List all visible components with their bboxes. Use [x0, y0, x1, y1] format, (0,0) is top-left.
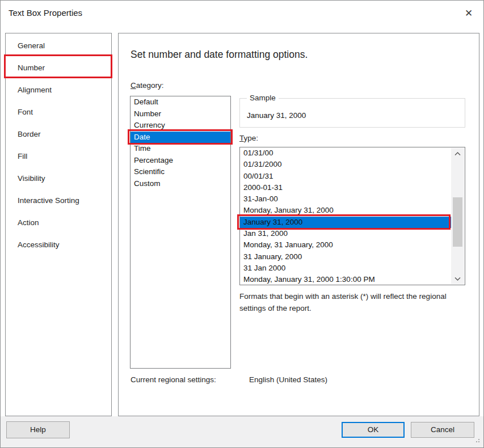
- title-bar: Text Box Properties ✕: [1, 1, 483, 28]
- type-option[interactable]: 01/31/2000: [240, 159, 451, 170]
- sample-groupbox: Sample January 31, 2000: [239, 98, 465, 128]
- sidebar-item-visibility[interactable]: Visibility: [6, 167, 111, 189]
- ok-button[interactable]: OK: [342, 422, 405, 438]
- sidebar-item-border[interactable]: Border: [6, 123, 111, 145]
- sidebar-item-action[interactable]: Action: [6, 212, 111, 234]
- type-option[interactable]: 00/01/31: [240, 171, 451, 182]
- cancel-button[interactable]: Cancel: [411, 422, 474, 438]
- help-button[interactable]: Help: [6, 421, 70, 438]
- sidebar-item-interactive-sorting[interactable]: Interactive Sorting: [6, 189, 111, 212]
- sidebar-item-font[interactable]: Font: [6, 101, 111, 123]
- type-option[interactable]: 31 Jan 2000: [240, 263, 451, 274]
- type-option[interactable]: 31-Jan-00: [240, 193, 451, 205]
- category-option-time[interactable]: Time: [131, 143, 230, 155]
- category-listbox[interactable]: Default Number Currency Date Time Percen…: [130, 96, 231, 369]
- category-option-currency[interactable]: Currency: [131, 120, 230, 132]
- type-option[interactable]: 01/31/00: [240, 147, 451, 159]
- type-option[interactable]: 31 January, 2000: [240, 251, 451, 263]
- type-option[interactable]: Jan 31, 2000: [240, 228, 451, 239]
- category-option-number[interactable]: Number: [131, 108, 230, 120]
- type-option[interactable]: 2000-01-31: [240, 182, 451, 193]
- sidebar-item-number[interactable]: Number: [6, 57, 111, 79]
- page-title: Set number and date formatting options.: [131, 49, 308, 61]
- type-option[interactable]: Monday, January 31, 2000 1:30:00 PM: [240, 274, 451, 285]
- type-list-scrollbar[interactable]: [451, 148, 464, 284]
- category-option-date[interactable]: Date: [131, 132, 230, 143]
- sidebar-item-fill[interactable]: Fill: [6, 145, 111, 167]
- text-box-properties-dialog: Text Box Properties ✕ General Number Ali…: [0, 0, 484, 448]
- window-title: Text Box Properties: [9, 8, 82, 18]
- type-option[interactable]: Monday, January 31, 2000: [240, 205, 451, 216]
- sidebar: General Number Alignment Font Border Fil…: [5, 33, 112, 416]
- category-option-custom[interactable]: Custom: [131, 178, 230, 190]
- regional-settings-value: English (United States): [249, 375, 327, 384]
- sample-label: Sample: [247, 94, 279, 102]
- scroll-down-icon[interactable]: [451, 273, 464, 284]
- category-option-scientific[interactable]: Scientific: [131, 166, 230, 178]
- type-option-selected[interactable]: January 31, 2000: [240, 217, 451, 228]
- sidebar-item-accessibility[interactable]: Accessibility: [6, 234, 111, 256]
- sidebar-item-general[interactable]: General: [6, 35, 111, 57]
- type-listbox[interactable]: 01/31/00 01/31/2000 00/01/31 2000-01-31 …: [239, 147, 465, 285]
- regional-settings-label: Current regional settings:: [131, 375, 216, 384]
- resize-grip[interactable]: [478, 441, 479, 442]
- type-label: Type:: [239, 134, 258, 142]
- main-panel: Set number and date formatting options. …: [118, 33, 479, 416]
- type-option[interactable]: Monday, 31 January, 2000: [240, 239, 451, 251]
- scrollbar-thumb[interactable]: [453, 197, 462, 247]
- category-label: Category:: [131, 81, 164, 90]
- scroll-up-icon[interactable]: [451, 148, 464, 159]
- close-icon[interactable]: ✕: [460, 5, 477, 22]
- category-option-default[interactable]: Default: [131, 96, 230, 108]
- sample-value: January 31, 2000: [247, 111, 306, 120]
- category-option-percentage[interactable]: Percentage: [131, 155, 230, 167]
- footer-bar: Help OK Cancel: [1, 416, 483, 447]
- asterisk-note: Formats that begin with an asterisk (*) …: [239, 291, 469, 314]
- sidebar-item-alignment[interactable]: Alignment: [6, 79, 111, 101]
